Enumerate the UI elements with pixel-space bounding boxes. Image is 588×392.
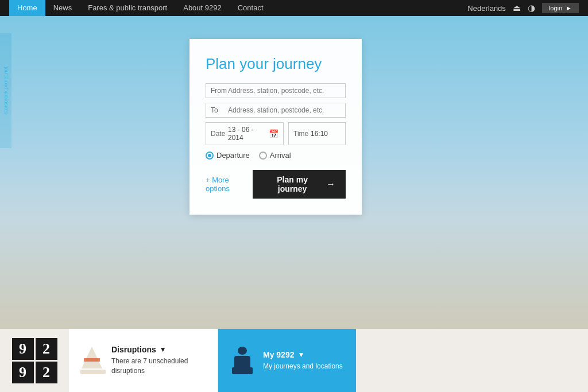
my9292-title: My 9292 ▼: [263, 350, 343, 359]
date-time-row: Date 13 - 06 - 2014 📅 Time 16:10: [206, 122, 346, 145]
journey-form-title: Plan your journey: [206, 55, 346, 73]
logo-cell-2b: 2: [36, 362, 57, 383]
calendar-icon[interactable]: 📅: [269, 129, 278, 138]
to-input[interactable]: [228, 106, 341, 114]
nav-about[interactable]: About 9292: [175, 0, 230, 16]
journey-form: Plan your journey From To Date 13 - 06 -…: [189, 39, 362, 215]
date-label: Date: [211, 130, 228, 138]
logo-cell-9a: 9: [12, 338, 34, 360]
departure-radio[interactable]: Departure: [206, 151, 250, 160]
time-label: Time: [293, 130, 311, 138]
to-label: To: [211, 106, 228, 114]
logo-block: 9 2 9 2: [0, 329, 69, 392]
language-selector[interactable]: Nederlands: [467, 4, 506, 13]
time-value[interactable]: 16:10: [311, 130, 328, 138]
nav-contact[interactable]: Contact: [230, 0, 272, 16]
arrival-label: Arrival: [270, 151, 291, 160]
logo-cell-2a: 2: [36, 338, 57, 360]
contrast-icon[interactable]: ◑: [528, 3, 535, 13]
date-value[interactable]: 13 - 06 - 2014: [228, 126, 266, 142]
from-input[interactable]: [228, 87, 341, 95]
more-options-link[interactable]: + More options: [206, 176, 253, 193]
disruptions-arrow-icon: ▼: [160, 346, 167, 354]
departure-radio-dot: [206, 152, 214, 160]
disruptions-text: There are 7 unscheduled disruptions: [111, 356, 206, 376]
info-cards: Disruptions ▼ There are 7 unscheduled di…: [69, 329, 588, 392]
disruptions-title: Disruptions ▼: [111, 345, 206, 354]
navbar: Home News Fares & public transport About…: [0, 0, 588, 16]
nav-fares[interactable]: Fares & public transport: [80, 0, 175, 16]
nav-news[interactable]: News: [45, 0, 80, 16]
person-icon: [230, 347, 255, 374]
disruptions-card[interactable]: Disruptions ▼ There are 7 unscheduled di…: [69, 329, 218, 392]
date-field: Date 13 - 06 - 2014 📅: [206, 122, 284, 145]
plan-journey-button[interactable]: Plan my journey →: [253, 170, 346, 199]
my9292-card[interactable]: My 9292 ▼ My journeys and locations: [218, 329, 356, 392]
departure-arrival-radio: Departure Arrival: [206, 151, 346, 160]
my9292-card-content: My 9292 ▼ My journeys and locations: [263, 350, 343, 371]
logo-cell-9b: 9: [12, 362, 34, 383]
my9292-arrow-icon: ▼: [297, 351, 304, 359]
hero-section: starscreek.pixnet.net Plan your journey …: [0, 16, 588, 355]
nav-links: Home News Fares & public transport About…: [9, 0, 467, 16]
arrival-radio-dot: [259, 152, 267, 160]
disruptions-card-content: Disruptions ▼ There are 7 unscheduled di…: [111, 345, 206, 376]
departure-label: Departure: [216, 151, 250, 160]
nav-home[interactable]: Home: [9, 0, 45, 16]
plan-button-arrow-icon: →: [326, 179, 335, 189]
watermark: starscreek.pixnet.net: [0, 33, 11, 148]
login-button[interactable]: login ►: [542, 3, 579, 13]
nav-right: Nederlands ⏏ ◑ login ►: [467, 3, 579, 13]
cone-icon: [80, 347, 103, 374]
from-field-row: From: [206, 83, 346, 98]
form-actions: + More options Plan my journey →: [206, 170, 346, 199]
logo-grid: 9 2 9 2: [12, 338, 57, 383]
to-field-row: To: [206, 103, 346, 118]
from-label: From: [211, 87, 228, 95]
login-arrow-icon: ►: [566, 5, 572, 11]
my9292-text: My journeys and locations: [263, 362, 343, 371]
arrival-radio[interactable]: Arrival: [259, 151, 291, 160]
bottom-strip: 9 2 9 2 Disruptions ▼ There are 7 unsche…: [0, 329, 588, 392]
accessibility-icon[interactable]: ⏏: [513, 3, 521, 13]
time-field: Time 16:10: [288, 122, 346, 145]
